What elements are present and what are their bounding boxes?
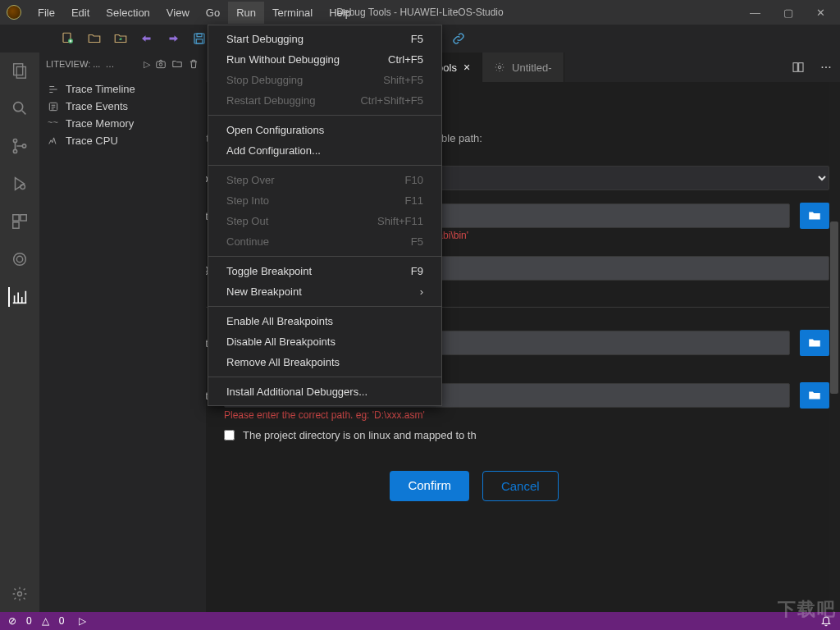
titlebar: File Edit Selection View Go Run Terminal…	[0, 0, 840, 25]
bell-icon[interactable]	[820, 615, 832, 627]
svg-rect-9	[16, 66, 25, 78]
source-control-icon[interactable]	[10, 136, 30, 156]
menu-remove-all-bp[interactable]: Remove All Breakpoints	[208, 352, 441, 372]
linux-mapped-label: The project directory is on linux and ma…	[243, 429, 477, 441]
svg-rect-26	[793, 63, 797, 72]
sidebar-item-trace-memory[interactable]: Trace Memory	[39, 115, 206, 132]
browse-compiler-path-button[interactable]	[800, 203, 829, 229]
sidebar-item-label: Trace Memory	[66, 117, 134, 130]
svg-point-10	[14, 103, 23, 112]
svg-point-25	[498, 66, 501, 69]
settings-gear-icon[interactable]	[10, 584, 30, 604]
sidebar-header: LITEVIEW: ... … ▷	[39, 52, 206, 75]
save-icon[interactable]	[192, 31, 207, 46]
activity-bar	[0, 52, 39, 612]
scroll-thumb[interactable]	[830, 221, 838, 394]
window-title: Debug Tools - HUAWEI-LiteOS-Studio	[336, 7, 503, 18]
warnings-count: 0	[59, 615, 65, 627]
menu-restart-debug: Restart DebuggingCtrl+Shift+F5	[208, 90, 441, 111]
svg-rect-15	[13, 215, 19, 221]
app-logo-icon	[7, 5, 21, 20]
new-file-icon[interactable]	[61, 31, 75, 46]
menu-new-bp[interactable]: New Breakpoint	[208, 281, 441, 302]
menu-step-out: Step OutShift+F11	[208, 211, 441, 231]
errors-count: 0	[26, 615, 32, 627]
status-play-icon[interactable]: ▷	[79, 615, 86, 627]
analysis-icon[interactable]	[8, 287, 30, 307]
svg-rect-3	[197, 34, 202, 37]
run-menu-dropdown: Start DebuggingF5 Run Without DebuggingC…	[208, 25, 442, 406]
menu-step-over: Step OverF10	[208, 170, 441, 190]
linux-mapped-checkbox[interactable]	[224, 430, 235, 441]
errors-icon[interactable]: ⊘	[8, 615, 16, 627]
svg-rect-17	[13, 222, 19, 228]
extensions-icon[interactable]	[10, 212, 30, 231]
vertical-scrollbar[interactable]	[829, 82, 840, 612]
sidebar: LITEVIEW: ... … ▷ Trace Timeline Trace E…	[39, 52, 206, 612]
menubar: File Edit Selection View Go Run Terminal…	[30, 2, 359, 24]
sidebar-item-label: Trace CPU	[66, 135, 118, 147]
menu-run-without-debug[interactable]: Run Without DebuggingCtrl+F5	[208, 49, 441, 70]
confirm-button[interactable]: Confirm	[390, 471, 469, 501]
svg-point-21	[159, 63, 162, 66]
folder-icon[interactable]	[171, 58, 183, 70]
menu-step-into: Step IntoF11	[208, 190, 441, 211]
svg-point-19	[18, 592, 22, 596]
menu-edit[interactable]: Edit	[63, 2, 98, 24]
warnings-icon[interactable]: △	[42, 615, 49, 627]
trash-icon[interactable]	[188, 58, 199, 70]
sidebar-title: LITEVIEW: ...	[46, 59, 100, 69]
play-icon[interactable]: ▷	[144, 59, 150, 70]
menu-start-debugging[interactable]: Start DebuggingF5	[208, 29, 441, 49]
tab-more-icon[interactable]: ···	[812, 52, 840, 82]
menu-go[interactable]: Go	[198, 2, 228, 24]
menu-install-debuggers[interactable]: Install Additional Debuggers...	[208, 381, 441, 402]
menu-file[interactable]: File	[30, 2, 63, 24]
sidebar-item-trace-events[interactable]: Trace Events	[39, 98, 206, 115]
menu-selection[interactable]: Selection	[98, 2, 158, 24]
run-debug-icon[interactable]	[10, 174, 30, 194]
explorer-icon[interactable]	[10, 61, 30, 80]
svg-point-11	[13, 139, 16, 142]
browse-asm-button[interactable]	[800, 382, 829, 409]
menu-disable-all-bp[interactable]: Disable All Breakpoints	[208, 331, 441, 352]
tab-label: Untitled-	[512, 62, 551, 74]
redo-icon[interactable]	[166, 31, 180, 46]
sidebar-tree: Trace Timeline Trace Events Trace Memory…	[39, 75, 206, 154]
menu-continue: ContinueF5	[208, 231, 441, 252]
undo-icon[interactable]	[139, 31, 154, 46]
tab-untitled[interactable]: Untitled-	[482, 52, 564, 82]
search-icon[interactable]	[10, 98, 30, 118]
minimize-button[interactable]: —	[750, 7, 760, 19]
menu-view[interactable]: View	[158, 2, 198, 24]
sidebar-item-trace-cpu[interactable]: Trace CPU	[39, 132, 206, 149]
open-folder-icon[interactable]	[87, 31, 102, 46]
maximize-button[interactable]: ▢	[783, 7, 793, 19]
menu-toggle-bp[interactable]: Toggle BreakpointF9	[208, 261, 441, 281]
menu-add-config[interactable]: Add Configuration...	[208, 140, 441, 161]
menu-terminal[interactable]: Terminal	[264, 2, 321, 24]
cancel-button[interactable]: Cancel	[482, 471, 559, 501]
menu-enable-all-bp[interactable]: Enable All Breakpoints	[208, 311, 441, 331]
svg-rect-27	[799, 63, 803, 72]
menu-open-config[interactable]: Open Configurations	[208, 120, 441, 140]
status-bar: ⊘ 0 △ 0 ▷	[0, 612, 840, 630]
svg-rect-4	[196, 39, 203, 43]
sidebar-item-label: Trace Timeline	[66, 83, 135, 95]
open-folder-arrow-icon[interactable]	[113, 31, 128, 46]
svg-rect-20	[157, 62, 166, 68]
asm-path-hint: Please enter the correct path. eg: 'D:\x…	[206, 409, 829, 421]
sidebar-item-trace-timeline[interactable]: Trace Timeline	[39, 80, 206, 98]
close-icon[interactable]: ×	[463, 61, 470, 74]
browse-elf-button[interactable]	[800, 330, 829, 356]
menu-run[interactable]: Run	[228, 2, 264, 24]
link-chain-icon[interactable]	[451, 31, 466, 46]
close-window-button[interactable]: ✕	[816, 7, 825, 19]
svg-point-12	[13, 149, 16, 153]
gear-icon	[494, 62, 505, 73]
split-editor-icon[interactable]	[784, 52, 812, 82]
sidebar-more-icon[interactable]: …	[105, 59, 114, 69]
liteos-icon[interactable]	[10, 249, 30, 269]
sidebar-item-label: Trace Events	[66, 100, 128, 112]
camera-icon[interactable]	[155, 58, 167, 70]
